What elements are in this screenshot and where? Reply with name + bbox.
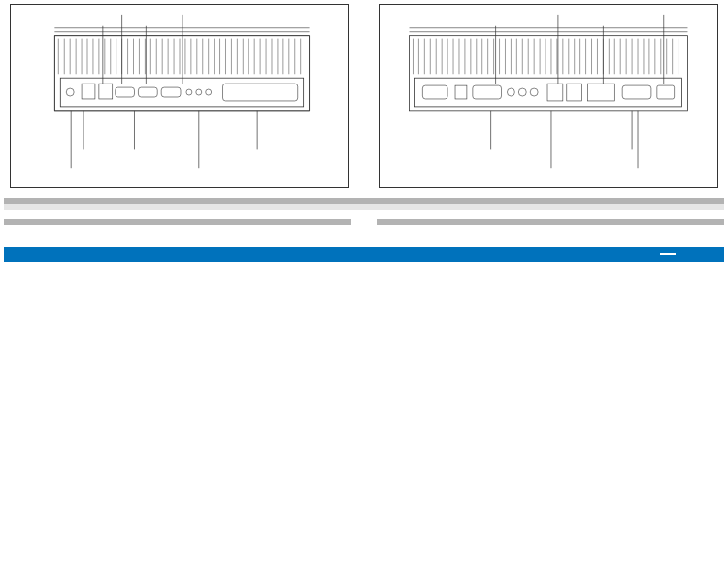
rear-diagram	[379, 4, 718, 188]
optional-th-desc	[491, 219, 724, 225]
diagram-row	[4, 4, 724, 188]
ordering-table	[4, 198, 724, 210]
front-diagram	[10, 4, 349, 188]
packing-table	[4, 219, 351, 225]
optional-table	[377, 219, 724, 225]
download-bar	[4, 247, 724, 262]
svg-rect-7	[60, 78, 303, 107]
packing-th-pn	[4, 219, 108, 225]
download-url[interactable]	[660, 253, 676, 255]
packing-th-desc	[108, 219, 351, 225]
optional-th-pn	[377, 219, 491, 225]
